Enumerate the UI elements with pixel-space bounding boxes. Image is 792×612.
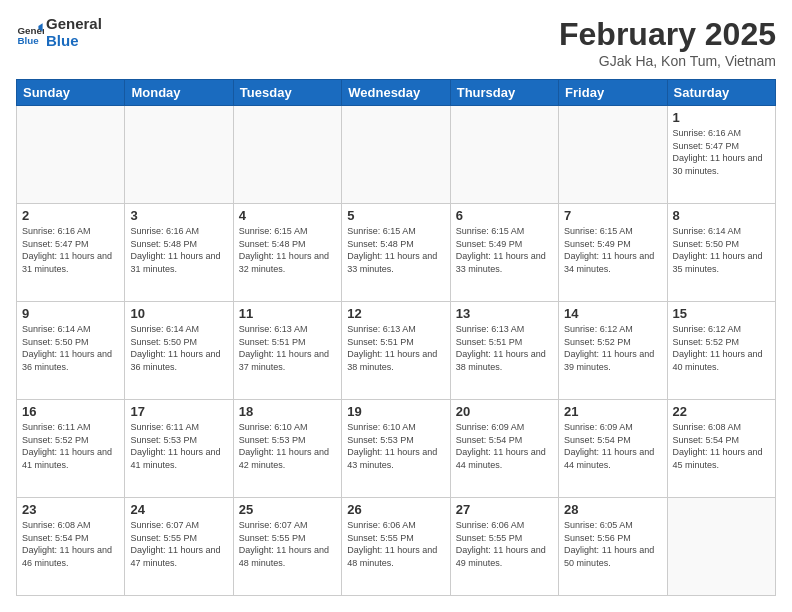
calendar-cell: 6Sunrise: 6:15 AM Sunset: 5:49 PM Daylig… [450,204,558,302]
calendar-week-2: 9Sunrise: 6:14 AM Sunset: 5:50 PM Daylig… [17,302,776,400]
day-info: Sunrise: 6:07 AM Sunset: 5:55 PM Dayligh… [239,519,336,569]
calendar-body: 1Sunrise: 6:16 AM Sunset: 5:47 PM Daylig… [17,106,776,596]
day-number: 13 [456,306,553,321]
header-saturday: Saturday [667,80,775,106]
calendar-cell [233,106,341,204]
day-info: Sunrise: 6:16 AM Sunset: 5:47 PM Dayligh… [673,127,770,177]
page: General Blue General Blue February 2025 … [0,0,792,612]
calendar-cell [125,106,233,204]
calendar-cell: 8Sunrise: 6:14 AM Sunset: 5:50 PM Daylig… [667,204,775,302]
day-info: Sunrise: 6:12 AM Sunset: 5:52 PM Dayligh… [673,323,770,373]
calendar-cell: 3Sunrise: 6:16 AM Sunset: 5:48 PM Daylig… [125,204,233,302]
day-number: 28 [564,502,661,517]
day-number: 24 [130,502,227,517]
calendar-cell: 27Sunrise: 6:06 AM Sunset: 5:55 PM Dayli… [450,498,558,596]
day-number: 27 [456,502,553,517]
day-number: 1 [673,110,770,125]
calendar-cell: 21Sunrise: 6:09 AM Sunset: 5:54 PM Dayli… [559,400,667,498]
day-number: 18 [239,404,336,419]
calendar-cell: 22Sunrise: 6:08 AM Sunset: 5:54 PM Dayli… [667,400,775,498]
calendar-cell [559,106,667,204]
calendar-cell: 2Sunrise: 6:16 AM Sunset: 5:47 PM Daylig… [17,204,125,302]
calendar-cell: 14Sunrise: 6:12 AM Sunset: 5:52 PM Dayli… [559,302,667,400]
day-info: Sunrise: 6:09 AM Sunset: 5:54 PM Dayligh… [456,421,553,471]
calendar-cell: 7Sunrise: 6:15 AM Sunset: 5:49 PM Daylig… [559,204,667,302]
day-info: Sunrise: 6:06 AM Sunset: 5:55 PM Dayligh… [456,519,553,569]
header-monday: Monday [125,80,233,106]
calendar-cell: 20Sunrise: 6:09 AM Sunset: 5:54 PM Dayli… [450,400,558,498]
calendar-cell: 11Sunrise: 6:13 AM Sunset: 5:51 PM Dayli… [233,302,341,400]
day-number: 9 [22,306,119,321]
header-thursday: Thursday [450,80,558,106]
calendar-cell [667,498,775,596]
day-info: Sunrise: 6:14 AM Sunset: 5:50 PM Dayligh… [130,323,227,373]
header-friday: Friday [559,80,667,106]
calendar-cell: 5Sunrise: 6:15 AM Sunset: 5:48 PM Daylig… [342,204,450,302]
calendar-cell: 9Sunrise: 6:14 AM Sunset: 5:50 PM Daylig… [17,302,125,400]
calendar-cell: 26Sunrise: 6:06 AM Sunset: 5:55 PM Dayli… [342,498,450,596]
calendar-cell: 4Sunrise: 6:15 AM Sunset: 5:48 PM Daylig… [233,204,341,302]
header-tuesday: Tuesday [233,80,341,106]
svg-text:Blue: Blue [17,35,39,46]
day-number: 19 [347,404,444,419]
day-number: 20 [456,404,553,419]
day-number: 2 [22,208,119,223]
day-number: 25 [239,502,336,517]
calendar-cell: 25Sunrise: 6:07 AM Sunset: 5:55 PM Dayli… [233,498,341,596]
day-number: 8 [673,208,770,223]
calendar-cell: 16Sunrise: 6:11 AM Sunset: 5:52 PM Dayli… [17,400,125,498]
day-info: Sunrise: 6:15 AM Sunset: 5:49 PM Dayligh… [456,225,553,275]
day-info: Sunrise: 6:15 AM Sunset: 5:48 PM Dayligh… [347,225,444,275]
day-info: Sunrise: 6:16 AM Sunset: 5:48 PM Dayligh… [130,225,227,275]
calendar-cell: 28Sunrise: 6:05 AM Sunset: 5:56 PM Dayli… [559,498,667,596]
calendar-header-row: Sunday Monday Tuesday Wednesday Thursday… [17,80,776,106]
day-info: Sunrise: 6:13 AM Sunset: 5:51 PM Dayligh… [347,323,444,373]
day-number: 23 [22,502,119,517]
location: GJak Ha, Kon Tum, Vietnam [559,53,776,69]
day-number: 6 [456,208,553,223]
day-info: Sunrise: 6:13 AM Sunset: 5:51 PM Dayligh… [456,323,553,373]
calendar-cell [17,106,125,204]
day-info: Sunrise: 6:05 AM Sunset: 5:56 PM Dayligh… [564,519,661,569]
day-number: 22 [673,404,770,419]
calendar-cell: 13Sunrise: 6:13 AM Sunset: 5:51 PM Dayli… [450,302,558,400]
day-number: 21 [564,404,661,419]
logo-icon: General Blue [16,19,44,47]
logo-general: General [46,16,102,33]
logo: General Blue General Blue [16,16,102,49]
day-number: 4 [239,208,336,223]
header-wednesday: Wednesday [342,80,450,106]
day-info: Sunrise: 6:11 AM Sunset: 5:52 PM Dayligh… [22,421,119,471]
calendar-cell [342,106,450,204]
day-info: Sunrise: 6:13 AM Sunset: 5:51 PM Dayligh… [239,323,336,373]
calendar-cell: 15Sunrise: 6:12 AM Sunset: 5:52 PM Dayli… [667,302,775,400]
day-number: 5 [347,208,444,223]
day-info: Sunrise: 6:14 AM Sunset: 5:50 PM Dayligh… [673,225,770,275]
day-info: Sunrise: 6:07 AM Sunset: 5:55 PM Dayligh… [130,519,227,569]
calendar-cell: 24Sunrise: 6:07 AM Sunset: 5:55 PM Dayli… [125,498,233,596]
title-block: February 2025 GJak Ha, Kon Tum, Vietnam [559,16,776,69]
calendar-cell: 17Sunrise: 6:11 AM Sunset: 5:53 PM Dayli… [125,400,233,498]
calendar-table: Sunday Monday Tuesday Wednesday Thursday… [16,79,776,596]
day-info: Sunrise: 6:11 AM Sunset: 5:53 PM Dayligh… [130,421,227,471]
day-info: Sunrise: 6:10 AM Sunset: 5:53 PM Dayligh… [347,421,444,471]
day-info: Sunrise: 6:12 AM Sunset: 5:52 PM Dayligh… [564,323,661,373]
calendar-cell: 12Sunrise: 6:13 AM Sunset: 5:51 PM Dayli… [342,302,450,400]
calendar-week-0: 1Sunrise: 6:16 AM Sunset: 5:47 PM Daylig… [17,106,776,204]
day-info: Sunrise: 6:10 AM Sunset: 5:53 PM Dayligh… [239,421,336,471]
calendar-cell [450,106,558,204]
day-info: Sunrise: 6:06 AM Sunset: 5:55 PM Dayligh… [347,519,444,569]
header-sunday: Sunday [17,80,125,106]
day-number: 12 [347,306,444,321]
calendar-week-4: 23Sunrise: 6:08 AM Sunset: 5:54 PM Dayli… [17,498,776,596]
day-info: Sunrise: 6:14 AM Sunset: 5:50 PM Dayligh… [22,323,119,373]
day-number: 14 [564,306,661,321]
day-info: Sunrise: 6:09 AM Sunset: 5:54 PM Dayligh… [564,421,661,471]
calendar-cell: 23Sunrise: 6:08 AM Sunset: 5:54 PM Dayli… [17,498,125,596]
header: General Blue General Blue February 2025 … [16,16,776,69]
calendar-week-1: 2Sunrise: 6:16 AM Sunset: 5:47 PM Daylig… [17,204,776,302]
logo-blue: Blue [46,33,102,50]
day-info: Sunrise: 6:15 AM Sunset: 5:48 PM Dayligh… [239,225,336,275]
day-number: 26 [347,502,444,517]
day-number: 16 [22,404,119,419]
